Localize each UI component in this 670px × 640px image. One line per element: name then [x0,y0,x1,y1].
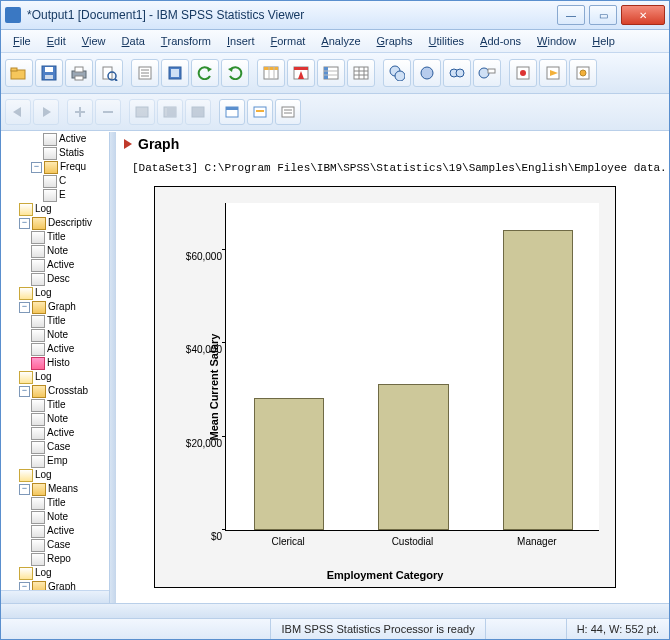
outline-item[interactable]: Emp [3,454,109,468]
outline-item[interactable]: Log [3,202,109,216]
menu-transform[interactable]: Transform [153,30,219,52]
chart[interactable]: Mean Current Salary Employment Category … [154,186,616,588]
menu-file[interactable]: File [5,30,39,52]
toggle-icon[interactable]: − [31,162,42,173]
outline-item[interactable]: −Means [3,482,109,496]
outline-item[interactable]: Repo [3,552,109,566]
maximize-button[interactable]: ▭ [589,5,617,25]
svg-rect-61 [282,107,294,117]
outline-label: Title [47,230,66,244]
note-icon [43,147,57,160]
outline-item[interactable]: E [3,188,109,202]
menu-format[interactable]: Format [263,30,314,52]
outline-item[interactable]: Title [3,496,109,510]
outline-item[interactable]: Note [3,244,109,258]
outline-item[interactable]: −Frequ [3,160,109,174]
designate-window-button[interactable] [539,59,567,87]
outline-item[interactable]: Log [3,468,109,482]
menu-graphs[interactable]: Graphs [369,30,421,52]
show-button[interactable] [185,99,211,125]
collapse-button[interactable] [129,99,155,125]
outline-item[interactable]: Title [3,314,109,328]
split-file-button[interactable] [443,59,471,87]
redo-button[interactable] [221,59,249,87]
horizontal-scrollbar[interactable] [1,603,669,618]
nav-forward-button[interactable] [33,99,59,125]
outline-item[interactable]: Title [3,230,109,244]
menu-data[interactable]: Data [114,30,153,52]
outline-item[interactable]: Histo [3,356,109,370]
toggle-icon[interactable]: − [19,484,30,495]
toggle-icon[interactable]: − [19,302,30,313]
goto-data-button[interactable] [257,59,285,87]
outline-item[interactable]: Log [3,286,109,300]
expand-button[interactable] [157,99,183,125]
outline-item[interactable]: C [3,174,109,188]
outline-item[interactable]: Note [3,328,109,342]
output-pane[interactable]: Graph [DataSet3] C:\Program Files\IBM\SP… [116,132,669,603]
menu-edit[interactable]: Edit [39,30,74,52]
toggle-icon[interactable]: − [19,218,30,229]
outline-label: Histo [47,356,70,370]
recall-dialog-button[interactable] [161,59,189,87]
undo-button[interactable] [191,59,219,87]
outline-item[interactable]: −Graph [3,300,109,314]
menu-insert[interactable]: Insert [219,30,263,52]
outline-item[interactable]: Statis [3,146,109,160]
use-sets-button[interactable] [509,59,537,87]
run-script-button[interactable] [569,59,597,87]
svg-rect-6 [75,67,83,72]
svg-rect-4 [45,75,53,79]
goto-variable-button[interactable] [317,59,345,87]
nav-back-button[interactable] [5,99,31,125]
outline-pane[interactable]: ActiveStatis−FrequCELog−DescriptivTitleN… [1,132,110,603]
print-button[interactable] [65,59,93,87]
outline-item[interactable]: −Crosstab [3,384,109,398]
outline-item[interactable]: Case [3,538,109,552]
menu-window[interactable]: Window [529,30,584,52]
outline-item[interactable]: Note [3,510,109,524]
variables-button[interactable] [347,59,375,87]
outline-item[interactable]: Active [3,258,109,272]
outline-item[interactable]: Active [3,342,109,356]
export-button[interactable] [131,59,159,87]
insert-heading-button[interactable] [219,99,245,125]
svg-rect-3 [45,67,53,72]
outline-item[interactable]: −Descriptiv [3,216,109,230]
minimize-button[interactable]: — [557,5,585,25]
demote-button[interactable] [95,99,121,125]
save-button[interactable] [35,59,63,87]
menu-analyze[interactable]: Analyze [313,30,368,52]
outline-item[interactable]: Case [3,440,109,454]
toggle-icon[interactable]: − [19,386,30,397]
menu-add-ons[interactable]: Add-ons [472,30,529,52]
promote-button[interactable] [67,99,93,125]
menu-help[interactable]: Help [584,30,623,52]
outline-item[interactable]: Note [3,412,109,426]
outline-item[interactable]: Title [3,398,109,412]
chart-plot-area: $0$20,000$40,000$60,000ClericalCustodial… [225,203,599,531]
svg-rect-58 [226,107,238,110]
outline-item[interactable]: Log [3,566,109,580]
select-button[interactable] [383,59,411,87]
print-preview-button[interactable] [95,59,123,87]
outline-item[interactable]: Active [3,426,109,440]
outline-item[interactable]: Log [3,370,109,384]
outline-item[interactable]: Active [3,524,109,538]
outline-item[interactable]: Active [3,132,109,146]
weight-button[interactable] [413,59,441,87]
close-button[interactable]: ✕ [621,5,665,25]
outline-item[interactable]: Desc [3,272,109,286]
goto-case-button[interactable] [287,59,315,87]
insert-title-button[interactable] [247,99,273,125]
note-icon [43,175,57,188]
insert-text-button[interactable] [275,99,301,125]
menu-utilities[interactable]: Utilities [421,30,472,52]
chart-xtick-label: Manager [517,530,556,547]
value-labels-button[interactable] [473,59,501,87]
outline-scrollbar[interactable] [1,590,109,603]
svg-rect-51 [75,111,85,113]
menu-view[interactable]: View [74,30,114,52]
open-button[interactable] [5,59,33,87]
outline-label: Frequ [60,160,86,174]
